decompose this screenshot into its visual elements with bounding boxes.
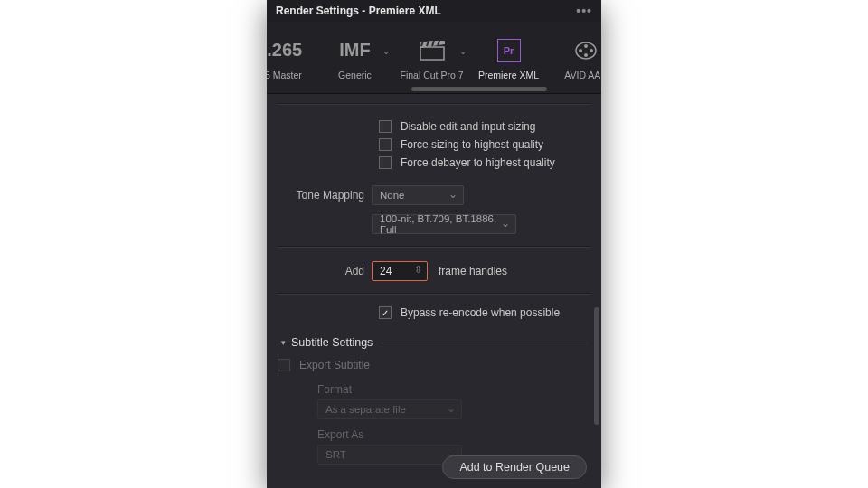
row-disable-sizing: Disable edit and input sizing	[267, 117, 601, 136]
label-force-debayer: Force debayer to highest quality	[401, 156, 555, 169]
checkbox-bypass-reencode[interactable]	[379, 306, 392, 319]
add-to-render-queue-button[interactable]: Add to Render Queue	[442, 455, 587, 479]
svg-point-8	[584, 53, 588, 57]
titlebar: Render Settings - Premiere XML •••	[267, 0, 601, 22]
label-frame-handles: frame handles	[439, 265, 507, 277]
format-tabs: H.265 265 Master IMF Generic ⌄ Final Cut…	[267, 22, 601, 94]
settings-content: Disable edit and input sizing Force sizi…	[267, 94, 601, 465]
label-disable-sizing: Disable edit and input sizing	[401, 120, 535, 133]
h265-text-icon: H.265	[267, 40, 302, 61]
chevron-down-icon[interactable]: ⌄	[459, 46, 467, 56]
select-tone-detail[interactable]: 100-nit, BT.709, BT.1886, Full	[372, 214, 516, 234]
checkbox-export-subtitle[interactable]	[278, 359, 290, 371]
label-export-subtitle: Export Subtitle	[299, 359, 370, 371]
checkbox-force-sizing[interactable]	[379, 138, 392, 151]
clapperboard-icon	[420, 35, 445, 66]
select-export-as[interactable]: SRT	[317, 445, 462, 465]
row-force-debayer: Force debayer to highest quality	[267, 154, 601, 172]
label-tone-mapping: Tone Mapping	[267, 189, 372, 202]
tabs-scrollbar[interactable]	[411, 87, 547, 91]
label-format: Format	[317, 380, 601, 399]
section-subtitle-settings[interactable]: Subtitle Settings	[267, 329, 601, 356]
row-bypass: Bypass re-encode when possible	[267, 304, 601, 322]
window-title: Render Settings - Premiere XML	[276, 5, 441, 17]
render-settings-panel: Render Settings - Premiere XML ••• H.265…	[267, 0, 601, 488]
svg-point-7	[584, 44, 588, 48]
tab-h265[interactable]: H.265 265 Master	[267, 35, 316, 80]
checkbox-force-debayer[interactable]	[379, 156, 392, 169]
select-tone-mapping[interactable]: None	[372, 185, 464, 205]
label-export-as: Export As	[317, 425, 601, 445]
label-bypass: Bypass re-encode when possible	[401, 306, 560, 319]
vertical-scrollbar[interactable]	[594, 307, 599, 425]
row-force-sizing: Force sizing to highest quality	[267, 136, 601, 154]
tab-fcp7[interactable]: Final Cut Pro 7 ⌄	[393, 35, 470, 80]
imf-text-icon: IMF	[339, 40, 370, 61]
film-reel-icon	[574, 35, 598, 66]
svg-rect-0	[420, 47, 444, 60]
row-tone-detail: 100-nit, BT.709, BT.1886, Full	[267, 210, 601, 239]
row-export-subtitle: Export Subtitle	[267, 356, 601, 374]
tab-avid-aaf[interactable]: AVID AAF	[547, 35, 601, 80]
label-force-sizing: Force sizing to highest quality	[401, 138, 543, 151]
svg-point-10	[590, 49, 593, 52]
svg-point-9	[579, 49, 582, 52]
premiere-icon: Pr	[497, 39, 521, 62]
subtitle-group: Export Subtitle Format As a separate fil…	[267, 356, 601, 465]
select-subtitle-format[interactable]: As a separate file	[317, 399, 462, 419]
tab-premiere-xml[interactable]: Pr Premiere XML	[470, 35, 547, 80]
chevron-down-icon[interactable]: ⌄	[382, 46, 390, 56]
window-menu-icon[interactable]: •••	[576, 4, 592, 18]
input-frame-handles[interactable]: 24	[372, 261, 428, 281]
row-tone-mapping: Tone Mapping None	[267, 181, 601, 210]
tab-imf[interactable]: IMF Generic ⌄	[316, 35, 393, 80]
checkbox-disable-sizing[interactable]	[379, 120, 392, 133]
row-frame-handles: Add 24 frame handles	[267, 257, 601, 286]
label-add: Add	[267, 265, 372, 277]
